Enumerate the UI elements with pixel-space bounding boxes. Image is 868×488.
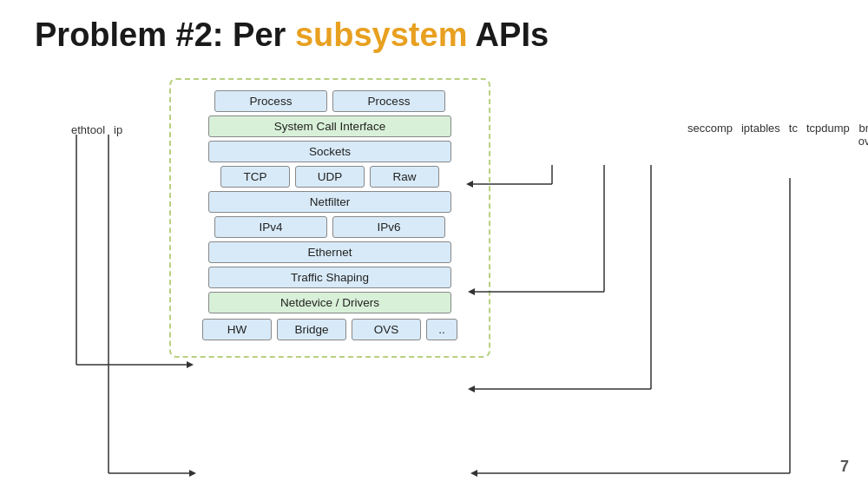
diagram-box: Process Process System Call Interface So… bbox=[169, 78, 490, 358]
title-prefix: Problem #2: Per bbox=[35, 16, 295, 53]
label-ethtool: ethtool bbox=[71, 123, 105, 136]
label-tcpdump: tcpdump bbox=[806, 122, 850, 135]
box-traffic-shaping: Traffic Shaping bbox=[208, 267, 451, 288]
row-hw-bridge-ovs: HW Bridge OVS .. bbox=[202, 319, 457, 340]
row-traffic-shaping: Traffic Shaping bbox=[208, 267, 451, 288]
right-labels: seccomp iptables tc tcpdump brctl /ovsct… bbox=[687, 122, 868, 148]
page-number: 7 bbox=[840, 458, 849, 476]
box-udp: UDP bbox=[295, 166, 365, 188]
box-ethernet: Ethernet bbox=[208, 241, 451, 263]
svg-marker-2 bbox=[187, 361, 194, 368]
diagram-wrapper: ethtool ip seccomp iptables tc tcpdump b… bbox=[35, 78, 868, 488]
row-netdevice: Netdevice / Drivers bbox=[208, 292, 451, 313]
svg-marker-5 bbox=[189, 470, 196, 477]
box-raw: Raw bbox=[370, 166, 439, 188]
box-process-1: Process bbox=[214, 90, 327, 112]
row-sockets: Sockets bbox=[208, 141, 451, 162]
label-tc: tc bbox=[789, 122, 798, 135]
row-ipv4-ipv6: IPv4 IPv6 bbox=[214, 216, 445, 238]
box-ovs: OVS bbox=[352, 319, 421, 340]
box-bridge: Bridge bbox=[277, 319, 346, 340]
svg-marker-17 bbox=[470, 470, 477, 477]
label-ip: ip bbox=[114, 123, 122, 136]
box-netfilter: Netfilter bbox=[208, 191, 451, 213]
label-iptables: iptables bbox=[741, 122, 780, 135]
box-syscall: System Call Interface bbox=[208, 115, 451, 137]
box-process-2: Process bbox=[332, 90, 445, 112]
slide: Problem #2: Per subsystem APIs ethtool i… bbox=[0, 0, 868, 488]
row-tcp-udp-raw: TCP UDP Raw bbox=[220, 166, 439, 188]
label-brctl: brctl /ovsctl bbox=[858, 122, 868, 148]
label-seccomp: seccomp bbox=[687, 122, 733, 135]
box-sockets: Sockets bbox=[208, 141, 451, 162]
left-labels-top: ethtool ip bbox=[71, 123, 122, 136]
title-highlight: subsystem bbox=[295, 16, 468, 53]
row-netfilter: Netfilter bbox=[208, 191, 451, 213]
box-hw: HW bbox=[202, 319, 272, 340]
slide-title: Problem #2: Per subsystem APIs bbox=[35, 17, 833, 54]
row-process: Process Process bbox=[214, 90, 445, 112]
box-netdevice: Netdevice / Drivers bbox=[208, 292, 451, 313]
title-suffix: APIs bbox=[467, 16, 549, 53]
box-ipv6: IPv6 bbox=[332, 216, 445, 238]
row-syscall: System Call Interface bbox=[208, 115, 451, 137]
box-dots: .. bbox=[426, 319, 457, 340]
box-tcp: TCP bbox=[220, 166, 290, 188]
svg-marker-14 bbox=[468, 386, 475, 392]
box-ipv4: IPv4 bbox=[214, 216, 327, 238]
row-ethernet: Ethernet bbox=[208, 241, 451, 263]
